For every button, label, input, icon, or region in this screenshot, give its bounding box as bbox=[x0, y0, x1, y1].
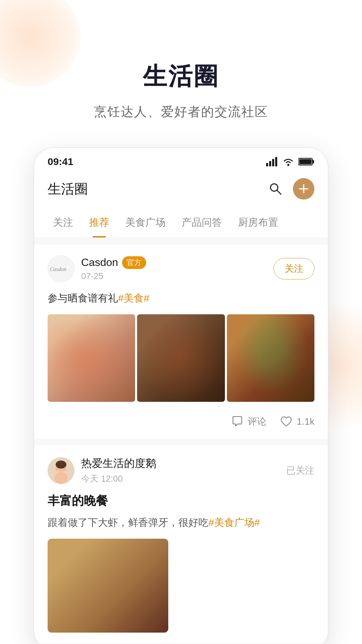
signal-icon bbox=[266, 157, 278, 166]
wifi-icon bbox=[282, 157, 294, 166]
post-user: Casdon Casdon 官方 07-25 bbox=[48, 255, 146, 282]
svg-text:Casdon: Casdon bbox=[50, 266, 66, 272]
user-info: Casdon 官方 07-25 bbox=[81, 256, 146, 281]
post-date-2: 今天 12:00 bbox=[81, 473, 156, 485]
app-header: 生活圈 bbox=[34, 173, 328, 208]
page-hero: 生活圈 烹饪达人、爱好者的交流社区 bbox=[0, 0, 362, 147]
post-text: 参与晒食谱有礼#美食# bbox=[48, 290, 314, 306]
svg-rect-7 bbox=[299, 159, 312, 164]
svg-point-16 bbox=[56, 461, 66, 469]
post-desc: 跟着做了下大虾，鲜香弹牙，很好吃#美食广场# bbox=[48, 515, 314, 531]
user-avatar-icon bbox=[48, 457, 74, 484]
tab-qa[interactable]: 产品问答 bbox=[174, 210, 230, 237]
hashtag: #美食# bbox=[118, 292, 149, 304]
heart-icon bbox=[280, 415, 293, 428]
comment-icon bbox=[231, 415, 244, 428]
post-title: 丰富的晚餐 bbox=[48, 493, 314, 509]
post-date: 07-25 bbox=[81, 271, 146, 281]
official-badge: 官方 bbox=[122, 256, 146, 269]
avatar-2 bbox=[48, 457, 74, 484]
svg-point-15 bbox=[54, 472, 68, 484]
like-count: 1.1k bbox=[297, 416, 314, 427]
hero-subtitle: 烹饪达人、爱好者的交流社区 bbox=[0, 103, 362, 120]
post-header: Casdon Casdon 官方 07-25 关注 bbox=[48, 255, 314, 282]
svg-point-18 bbox=[62, 466, 64, 468]
tab-kitchen[interactable]: 厨房布置 bbox=[230, 210, 286, 237]
post-hashtag-2: #美食广场# bbox=[208, 517, 260, 528]
post-image-single bbox=[48, 539, 168, 633]
svg-line-9 bbox=[277, 190, 281, 194]
food-image-3 bbox=[227, 314, 314, 402]
svg-rect-6 bbox=[312, 160, 314, 163]
post-card: Casdon Casdon 官方 07-25 关注 参与晒食谱有礼#美食# bbox=[34, 245, 328, 439]
status-time: 09:41 bbox=[48, 156, 73, 167]
feed-content: Casdon Casdon 官方 07-25 关注 参与晒食谱有礼#美食# bbox=[34, 238, 328, 644]
header-actions bbox=[266, 178, 314, 200]
food-image-1 bbox=[48, 314, 135, 402]
like-action[interactable]: 1.1k bbox=[280, 415, 314, 428]
svg-rect-2 bbox=[272, 159, 274, 166]
casdon-logo: Casdon bbox=[49, 264, 73, 274]
svg-rect-3 bbox=[275, 157, 277, 166]
svg-point-17 bbox=[58, 466, 60, 468]
post-header-2: 热爱生活的度鹅 今天 12:00 已关注 bbox=[48, 456, 314, 485]
phone-mockup: 09:41 生活圈 bbox=[34, 147, 328, 644]
tab-recommend[interactable]: 推荐 bbox=[81, 210, 117, 237]
app-header-title: 生活圈 bbox=[48, 180, 88, 198]
search-button[interactable] bbox=[266, 179, 285, 198]
avatar: Casdon bbox=[48, 255, 74, 282]
status-bar: 09:41 bbox=[34, 148, 328, 173]
svg-point-4 bbox=[287, 164, 289, 166]
post-card-2: 热爱生活的度鹅 今天 12:00 已关注 丰富的晚餐 跟着做了下大虾，鲜香弹牙，… bbox=[34, 445, 328, 643]
plus-icon bbox=[298, 183, 309, 194]
tab-follow[interactable]: 关注 bbox=[45, 210, 81, 237]
hero-title: 生活圈 bbox=[0, 60, 362, 93]
user-name-2: 热爱生活的度鹅 bbox=[81, 456, 156, 471]
followed-label: 已关注 bbox=[286, 464, 314, 477]
svg-rect-0 bbox=[266, 163, 268, 166]
user-info-2: 热爱生活的度鹅 今天 12:00 bbox=[81, 456, 156, 485]
follow-button[interactable]: 关注 bbox=[274, 258, 314, 279]
svg-point-19 bbox=[55, 468, 59, 471]
tab-food-plaza[interactable]: 美食广场 bbox=[117, 210, 174, 237]
post-images bbox=[48, 314, 314, 402]
battery-icon bbox=[298, 157, 314, 166]
user-name-row: Casdon 官方 bbox=[81, 256, 146, 269]
post-footer: 评论 1.1k bbox=[48, 410, 314, 428]
nav-tabs: 关注 推荐 美食广场 产品问答 厨房布置 bbox=[34, 208, 328, 238]
status-icons bbox=[266, 157, 314, 166]
comment-action[interactable]: 评论 bbox=[231, 415, 266, 428]
user-name: Casdon bbox=[81, 256, 118, 269]
food-image-2 bbox=[137, 314, 225, 402]
add-button[interactable] bbox=[293, 178, 314, 200]
svg-point-20 bbox=[63, 468, 67, 471]
comment-label: 评论 bbox=[248, 415, 266, 428]
post-user-2: 热爱生活的度鹅 今天 12:00 bbox=[48, 456, 156, 485]
svg-rect-1 bbox=[269, 161, 271, 166]
search-icon bbox=[268, 181, 283, 196]
